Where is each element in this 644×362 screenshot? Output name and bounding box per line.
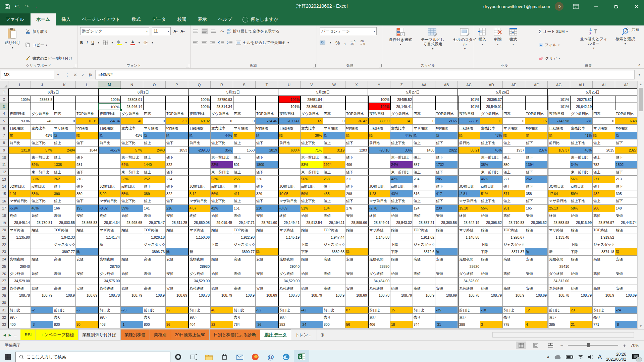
cell-AD22[interactable]: 下降 (480, 241, 503, 248)
cell-W11[interactable]: 1924 (323, 161, 345, 169)
cell-I22[interactable] (8, 241, 31, 248)
cell-Z3[interactable]: 29,149.41 (390, 103, 413, 110)
cell-AD4[interactable]: ダウ前日比 (480, 110, 503, 118)
cell-V24[interactable]: 始値 (301, 256, 323, 263)
cell-U15[interactable]: 10.05 (278, 190, 301, 198)
cell-R19[interactable]: 29,019.45 (211, 219, 233, 227)
cell-O2[interactable] (143, 96, 166, 103)
cell-M16[interactable]: マザ前日比 (98, 197, 121, 205)
cell-AH32[interactable] (570, 314, 593, 321)
cell-S15[interactable]: 411 (233, 190, 256, 198)
cell-J29[interactable]: 108.79 (31, 292, 53, 299)
cell-K22[interactable]: ジャスダック (53, 241, 76, 248)
cell-AE26[interactable]: 高値 (503, 270, 525, 278)
cell-M13[interactable] (98, 176, 121, 183)
cell-V20[interactable]: 始値 (301, 227, 323, 234)
cell-Q20[interactable]: マザ終値 (188, 227, 211, 234)
cell-Q2[interactable]: 100% (188, 96, 211, 103)
cell-AD30[interactable] (480, 299, 503, 307)
cell-I5[interactable]: 93.86 (8, 118, 31, 125)
cell-AB6[interactable]: top陽陰 (435, 125, 458, 132)
cell-Q10[interactable] (188, 154, 211, 161)
cell-K29[interactable]: 108.9 (53, 292, 76, 299)
scroll-down-icon[interactable]: ▼ (639, 323, 642, 329)
cell-AF11[interactable]: 1394 (525, 161, 548, 169)
font-size-combo[interactable]: 11▾ (152, 27, 171, 35)
cell-J10[interactable]: 東一前日比 (31, 154, 53, 161)
cell-AH5[interactable]: -81 (570, 118, 593, 125)
cell-AH21[interactable] (570, 234, 593, 241)
cell-AI25[interactable] (593, 263, 615, 270)
cell-date-group-6[interactable]: 5月26日 (458, 88, 548, 96)
cell-W8[interactable]: 値上 (323, 139, 345, 147)
zoom-level[interactable]: 70% (631, 343, 639, 348)
cell-N16[interactable]: 値上下比 (121, 197, 143, 205)
autosum-button[interactable]: Σオート SUM▾ (539, 27, 575, 36)
cell-O20[interactable]: TOP終値 (143, 227, 166, 234)
cell-I15[interactable]: 1.01 (8, 190, 31, 198)
cell-M9[interactable]: -45.74 (98, 147, 121, 154)
format-as-table-button[interactable]: テーブルとして書式設定▾ (418, 27, 447, 63)
cell-P28[interactable]: 安値 (166, 285, 188, 292)
cell-W13[interactable]: 268 (323, 176, 345, 183)
cell-L29[interactable]: 108.69 (76, 292, 98, 299)
cell-AE17[interactable]: 201 (503, 205, 525, 212)
row-header-23[interactable]: 23 (0, 248, 8, 256)
cell-O29[interactable]: 108.9 (143, 292, 166, 299)
cell-O15[interactable]: 389 (143, 190, 166, 198)
cell-Y12[interactable] (368, 169, 390, 176)
cell-AG23[interactable]: 新 (548, 248, 570, 256)
cell-O30[interactable] (143, 299, 166, 307)
cell-J18[interactable]: 始値 (31, 212, 53, 220)
cell-J19[interactable]: 28,730.81 (31, 219, 53, 227)
cell-M17[interactable]: -8.32 (98, 205, 121, 212)
cell-AC5[interactable]: -22.19 (458, 118, 480, 125)
cell-R23[interactable] (211, 248, 233, 256)
at-app-icon[interactable]: @ (263, 350, 278, 362)
align-center-icon[interactable] (202, 41, 207, 45)
cell-V2[interactable]: 28651.84 (301, 96, 323, 103)
cell-L30[interactable] (76, 299, 98, 307)
cell-AC21[interactable]: 1,148.58 (458, 234, 480, 241)
cell-I7[interactable]: 陽 (8, 132, 31, 139)
cell-K15[interactable]: 390 (53, 190, 76, 198)
cell-L15[interactable]: 350 (76, 190, 98, 198)
zoom-in-icon[interactable]: + (623, 343, 626, 348)
cell-Q13[interactable] (188, 176, 211, 183)
cell-AD24[interactable]: 始値 (480, 256, 503, 263)
cell-T31[interactable]: -92 (256, 307, 278, 314)
fill-color-button[interactable] (117, 40, 122, 45)
row-header-14[interactable]: 14 (0, 183, 8, 190)
cell-AH7[interactable]: 41% (570, 132, 593, 139)
cell-T18[interactable]: 安値 (256, 212, 278, 220)
row-header-21[interactable]: 21 (0, 234, 8, 241)
cell-date-group-7[interactable]: 5月25日 (548, 88, 638, 96)
cell-P27[interactable] (166, 278, 188, 285)
cell-AC32[interactable]: 買い (458, 314, 480, 321)
cell-AD8[interactable]: 値上下比 (480, 139, 503, 147)
cell-N12[interactable]: 東二前日比 (121, 169, 143, 176)
cell-Z14[interactable]: jq前日比 (390, 183, 413, 190)
collapse-ribbon-icon[interactable]: ∧ (638, 63, 641, 67)
format-cells-button[interactable]: 書式▾ (507, 27, 520, 63)
cell-U33[interactable]: 382 (278, 321, 301, 328)
cell-V29[interactable]: 108.79 (301, 292, 323, 299)
cell-AH4[interactable]: ダウ前日比 (570, 110, 593, 118)
cell-I3[interactable] (8, 103, 31, 110)
cell-X17[interactable]: 176 (345, 205, 368, 212)
cell-N8[interactable]: 値上下比 (121, 139, 143, 147)
cell-N4[interactable]: ダウ前日比 (121, 110, 143, 118)
row-header-2[interactable]: 2 (0, 96, 8, 103)
cell-N6[interactable]: 空売比率 (121, 125, 143, 132)
cell-Q32[interactable]: 買い (188, 314, 211, 321)
cell-J7[interactable]: 41% (31, 132, 53, 139)
cell-AB18[interactable]: 安値 (435, 212, 458, 220)
name-box-dropdown-icon[interactable]: ▾ (54, 73, 62, 76)
cell-I32[interactable]: 買い (8, 314, 31, 321)
cell-AB12[interactable]: 値下 (435, 169, 458, 176)
cell-U23[interactable] (278, 248, 301, 256)
cell-AD6[interactable]: 空売比率 (480, 125, 503, 132)
cell-AA30[interactable] (413, 299, 435, 307)
cell-Q7[interactable]: 陰 (188, 132, 211, 139)
row-header-10[interactable]: 10 (0, 154, 8, 161)
